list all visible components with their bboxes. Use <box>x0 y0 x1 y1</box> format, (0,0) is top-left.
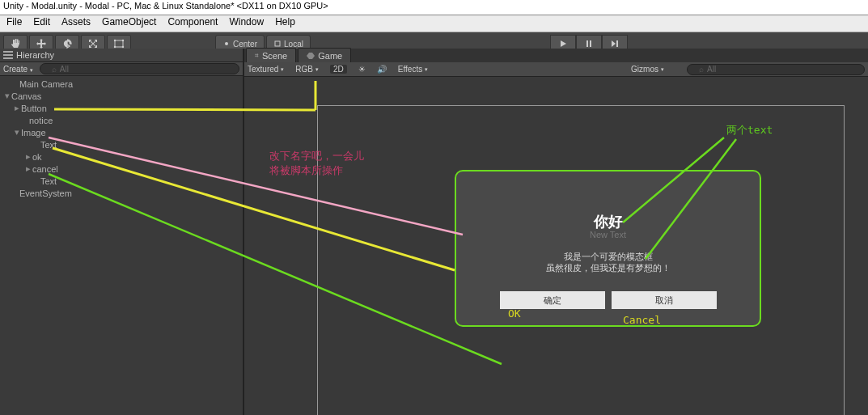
scene-panel: ⌗Scene Game Textured ▾ RGB ▾ 2D ☀ 🔊 Effe… <box>244 49 868 415</box>
modal-subtitle-text: New Text <box>456 230 760 239</box>
hierarchy-panel: Hierarchy Create ▾ ⌕All Main Camera▾Canv… <box>0 49 244 415</box>
2d-toggle[interactable]: 2D <box>330 65 347 74</box>
window-title: Unity - Modal.unity - Modal - PC, Mac & … <box>0 0 868 15</box>
hierarchy-header[interactable]: Hierarchy <box>0 49 243 62</box>
menu-help[interactable]: Help <box>275 16 295 31</box>
menu-window[interactable]: Window <box>229 16 264 31</box>
hierarchy-item[interactable]: ▸ok <box>0 150 243 163</box>
hierarchy-item[interactable]: Text <box>0 138 243 150</box>
light-toggle-icon[interactable]: ☀ <box>358 65 366 74</box>
svg-point-2 <box>122 40 124 41</box>
effects-dropdown[interactable]: Effects ▾ <box>398 65 428 74</box>
ok-button[interactable]: 确定 <box>500 291 605 309</box>
svg-point-1 <box>114 40 116 41</box>
hierarchy-search-input[interactable]: ⌕All <box>40 63 239 74</box>
menu-file[interactable]: File <box>6 16 22 31</box>
hierarchy-item[interactable]: EventSystem <box>0 187 243 199</box>
menu-gameobject[interactable]: GameObject <box>102 16 156 31</box>
menu-assets[interactable]: Assets <box>61 16 91 31</box>
hierarchy-item[interactable]: Main Camera <box>0 78 243 90</box>
modal-image[interactable]: 你好 New Text 我是一个可爱的模态框虽然很皮，但我还是有梦想的！ 确定 … <box>455 170 761 327</box>
hierarchy-item[interactable]: ▸cancel <box>0 163 243 175</box>
hierarchy-item[interactable]: Text <box>0 175 243 187</box>
tab-scene[interactable]: ⌗Scene <box>246 48 296 62</box>
cancel-button[interactable]: 取消 <box>612 291 717 309</box>
hierarchy-item[interactable]: ▾Canvas <box>0 90 243 102</box>
tab-game[interactable]: Game <box>298 48 351 62</box>
svg-rect-9 <box>616 40 618 47</box>
hierarchy-item[interactable]: ▾Image <box>0 126 243 138</box>
hierarchy-item[interactable]: ▸Button <box>0 102 243 114</box>
gizmos-dropdown[interactable]: Gizmos ▾ <box>631 65 664 74</box>
svg-point-4 <box>122 46 124 48</box>
scene-viewport[interactable]: 你好 New Text 我是一个可爱的模态框虽然很皮，但我还是有梦想的！ 确定 … <box>244 77 868 415</box>
scene-search-input[interactable]: ⌕All <box>687 64 865 75</box>
menu-edit[interactable]: Edit <box>33 16 50 31</box>
audio-toggle-icon[interactable]: 🔊 <box>377 65 387 74</box>
svg-rect-8 <box>590 40 591 47</box>
hierarchy-item[interactable]: notice <box>0 114 243 126</box>
shading-dropdown[interactable]: Textured ▾ <box>248 65 284 74</box>
modal-title-text: 你好 <box>456 212 760 231</box>
modal-body-text: 我是一个可爱的模态框虽然很皮，但我还是有梦想的！ <box>456 251 760 273</box>
svg-point-3 <box>114 46 116 48</box>
hierarchy-tree[interactable]: Main Camera▾Canvas▸Buttonnotice▾ImageTex… <box>0 76 243 415</box>
svg-rect-0 <box>115 40 123 47</box>
menu-component[interactable]: Component <box>167 16 218 31</box>
svg-rect-7 <box>586 40 588 47</box>
main-menu: File Edit Assets GameObject Component Wi… <box>0 15 868 32</box>
svg-point-5 <box>225 42 228 45</box>
rgb-dropdown[interactable]: RGB ▾ <box>295 65 319 74</box>
create-dropdown[interactable]: Create ▾ <box>3 65 33 74</box>
svg-rect-6 <box>275 41 280 46</box>
